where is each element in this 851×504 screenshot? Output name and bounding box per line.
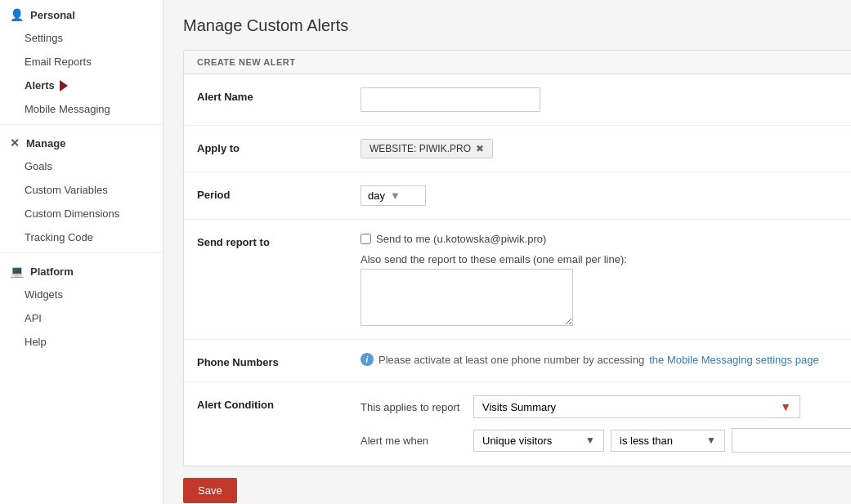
alert-condition-area: This applies to report Visits Summary ▼ … xyxy=(361,395,851,453)
alert-condition-label: Alert Condition xyxy=(197,395,361,411)
sidebar-manage-label: Manage xyxy=(26,137,65,149)
sidebar-item-custom-dimensions[interactable]: Custom Dimensions xyxy=(0,202,163,225)
metric-chevron-icon: ▼ xyxy=(585,435,595,446)
period-control: day ▼ xyxy=(361,185,851,206)
personal-icon: 👤 xyxy=(10,8,24,21)
info-icon: i xyxy=(361,353,374,366)
sidebar-item-api[interactable]: API xyxy=(0,306,163,330)
alert-name-input[interactable] xyxy=(361,87,540,112)
sidebar-item-help[interactable]: Help xyxy=(0,330,163,354)
sidebar-platform-label: Platform xyxy=(30,265,74,278)
alert-name-row: Alert Name xyxy=(184,74,851,126)
period-select[interactable]: day ▼ xyxy=(361,185,426,206)
report-chevron-icon: ▼ xyxy=(780,400,791,413)
send-report-control: Send to me (u.kotowska@piwik.pro) Also s… xyxy=(361,233,851,326)
alert-condition-row: Alert Condition This applies to report V… xyxy=(184,382,851,466)
website-badge[interactable]: WEBSITE: PIWIK.PRO ✖ xyxy=(361,139,493,158)
send-to-me-row: Send to me (u.kotowska@piwik.pro) xyxy=(361,233,851,245)
email-textarea[interactable] xyxy=(361,269,573,326)
metric-select[interactable]: Unique visitors ▼ xyxy=(473,430,604,452)
also-send-label: Also send the report to these emails (on… xyxy=(361,253,851,265)
period-chevron-icon: ▼ xyxy=(390,190,401,202)
apply-to-row: Apply to WEBSITE: PIWIK.PRO ✖ xyxy=(184,126,851,172)
alert-condition-control: This applies to report Visits Summary ▼ … xyxy=(361,395,851,453)
alert-me-when-label: Alert me when xyxy=(361,435,467,447)
phone-numbers-row: Phone Numbers i Please activate at least… xyxy=(184,340,851,382)
period-value: day xyxy=(368,190,385,202)
send-report-label: Send report to xyxy=(197,233,361,248)
condition-select[interactable]: is less than ▼ xyxy=(611,430,725,452)
save-button[interactable]: Save xyxy=(183,478,237,503)
sidebar-section-manage: ✕ Manage xyxy=(0,128,163,154)
alerts-arrow-icon xyxy=(60,80,68,91)
website-badge-text: WEBSITE: PIWIK.PRO xyxy=(370,143,471,154)
sidebar-item-widgets[interactable]: Widgets xyxy=(0,283,163,306)
card-body: Alert Name Apply to WEBSITE: PIWIK.PRO ✖… xyxy=(184,74,851,466)
phone-info-text: Please activate at least one phone numbe… xyxy=(378,354,644,366)
sidebar-divider-1 xyxy=(0,124,163,125)
phone-info-row: i Please activate at least one phone num… xyxy=(361,353,851,366)
card-header: CREATE NEW ALERT xyxy=(184,51,851,74)
platform-icon: 💻 xyxy=(10,265,24,278)
sidebar-personal-label: Personal xyxy=(30,9,75,21)
alert-name-control xyxy=(361,87,851,112)
apply-to-control: WEBSITE: PIWIK.PRO ✖ xyxy=(361,139,851,158)
sidebar-item-settings[interactable]: Settings xyxy=(0,26,163,50)
applies-to-report-line: This applies to report Visits Summary ▼ xyxy=(361,395,851,418)
main-content: Manage Custom Alerts CREATE NEW ALERT Al… xyxy=(163,0,851,504)
mobile-messaging-link[interactable]: the Mobile Messaging settings page xyxy=(649,354,818,366)
sidebar: 👤 Personal Settings Email Reports Alerts… xyxy=(0,0,163,504)
alert-me-when-line: Alert me when Unique visitors ▼ is less … xyxy=(361,428,851,453)
sidebar-item-mobile-messaging[interactable]: Mobile Messaging xyxy=(0,97,163,121)
manage-icon: ✕ xyxy=(10,136,20,149)
period-row: Period day ▼ xyxy=(184,172,851,220)
period-label: Period xyxy=(197,185,361,201)
sidebar-section-platform: 💻 Platform xyxy=(0,256,163,283)
sidebar-item-custom-variables[interactable]: Custom Variables xyxy=(0,178,163,202)
apply-to-label: Apply to xyxy=(197,139,361,154)
sidebar-divider-2 xyxy=(0,252,163,253)
remove-website-icon[interactable]: ✖ xyxy=(476,143,484,154)
sidebar-item-email-reports[interactable]: Email Reports xyxy=(0,50,163,74)
save-section: Save xyxy=(183,466,851,503)
report-select-value: Visits Summary xyxy=(482,401,556,413)
page-title: Manage Custom Alerts xyxy=(183,16,851,35)
sidebar-item-tracking-code[interactable]: Tracking Code xyxy=(0,225,163,249)
condition-select-value: is less than xyxy=(620,435,673,447)
create-alert-card: CREATE NEW ALERT Alert Name Apply to WEB… xyxy=(183,50,851,466)
sidebar-item-goals[interactable]: Goals xyxy=(0,154,163,178)
send-to-me-checkbox[interactable] xyxy=(361,234,371,244)
alert-name-label: Alert Name xyxy=(197,87,361,103)
phone-numbers-label: Phone Numbers xyxy=(197,353,361,368)
send-to-me-label: Send to me (u.kotowska@piwik.pro) xyxy=(376,233,546,245)
sidebar-section-personal: 👤 Personal xyxy=(0,0,163,26)
sidebar-item-alerts[interactable]: Alerts xyxy=(0,74,163,97)
phone-numbers-control: i Please activate at least one phone num… xyxy=(361,353,851,366)
condition-chevron-icon: ▼ xyxy=(706,435,716,446)
threshold-input[interactable] xyxy=(732,428,851,453)
metric-select-value: Unique visitors xyxy=(482,435,552,447)
applies-to-report-label: This applies to report xyxy=(361,401,467,413)
report-select[interactable]: Visits Summary ▼ xyxy=(473,395,800,418)
send-report-row: Send report to Send to me (u.kotowska@pi… xyxy=(184,220,851,340)
